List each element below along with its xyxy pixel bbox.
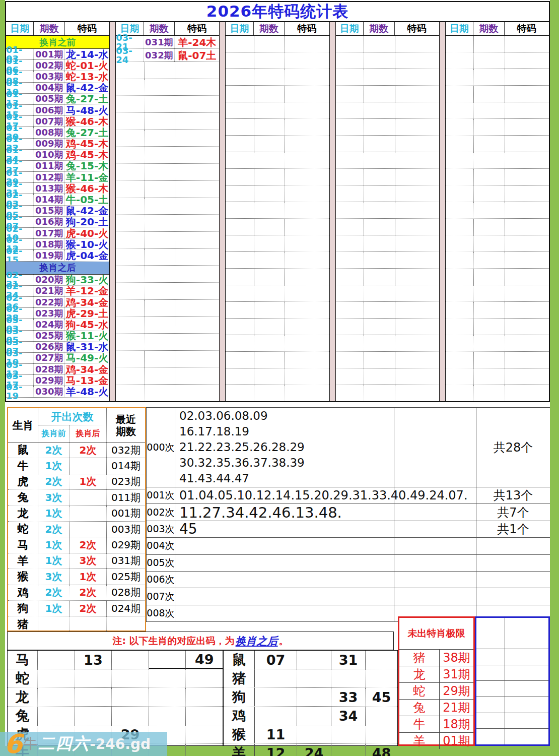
frequency-label: 002次 xyxy=(147,504,175,520)
stats-row: 马 1次 2次 029期 xyxy=(8,537,145,553)
stats-recent-period: 024期 xyxy=(107,601,145,616)
draw-period: 020期 xyxy=(34,275,65,285)
header-code: 特码 xyxy=(395,22,439,35)
stats-after-count xyxy=(69,458,107,473)
frequency-count xyxy=(476,572,550,588)
limit-zodiac: 羊 xyxy=(399,733,440,749)
draw-period: 009期 xyxy=(34,139,65,149)
blue-grid-cell xyxy=(505,649,548,665)
blue-grid-cell xyxy=(505,713,548,729)
stats-before-count: 2次 xyxy=(38,585,69,600)
row-cell xyxy=(38,669,75,687)
draw-period: 007期 xyxy=(34,116,65,127)
empty-row xyxy=(336,335,439,352)
draws-group-2: 日期 期数 特码 03-21 031期 羊-24木 03-24 032期 鼠-0 xyxy=(116,22,219,401)
frequency-spacer xyxy=(394,504,476,520)
bottom-left-row: 马 13 49 xyxy=(8,651,223,669)
draw-code: 马-48-火 xyxy=(65,105,109,115)
stats-zodiac: 牛 xyxy=(8,458,38,473)
stats-after-count xyxy=(69,616,107,632)
header-code: 特码 xyxy=(505,22,549,35)
spreadsheet-page: 2026年特码统计表 日期 期数 特码 换肖之前 01-03 001期 龙-14… xyxy=(0,0,559,756)
frequency-spacer xyxy=(394,538,476,554)
empty-row xyxy=(446,319,549,335)
stats-after-count xyxy=(69,490,107,505)
empty-row xyxy=(336,319,439,335)
page-title: 2026年特码统计表 xyxy=(206,1,348,22)
frequency-numbers: 45 xyxy=(175,521,394,537)
row-cell xyxy=(186,744,223,756)
blue-grid-cell xyxy=(505,729,548,744)
row-cell xyxy=(149,688,186,706)
stats-row: 狗 1次 2次 024期 xyxy=(8,601,145,616)
empty-row xyxy=(116,351,219,368)
draw-code: 牛-05-土 xyxy=(65,194,109,205)
stats-header-recent: 最近期数 xyxy=(107,408,145,442)
row-cell xyxy=(366,725,397,743)
stats-recent-period: 001期 xyxy=(107,506,145,521)
stats-header: 生肖 开出次数 换肖前 换肖后 最近期数 xyxy=(8,408,145,443)
draw-code: 马-49-火 xyxy=(65,353,109,363)
limit-period: 18期 xyxy=(440,716,473,732)
row-zodiac: 兔 xyxy=(8,707,38,725)
header-code: 特码 xyxy=(175,22,219,35)
empty-row xyxy=(116,232,219,249)
row-cell xyxy=(331,669,366,687)
stats-row: 猴 3次 1次 025期 xyxy=(8,569,145,585)
frequency-spacer xyxy=(394,555,476,571)
site-watermark: 6 牛 二四六 -246.gd xyxy=(0,732,167,756)
empty-row xyxy=(336,285,439,302)
draw-code: 鸡-34-金 xyxy=(65,364,109,374)
row-cell xyxy=(112,669,149,687)
draw-period: 028期 xyxy=(34,364,65,374)
row-zodiac: 猪 xyxy=(224,669,255,687)
row-cell xyxy=(186,725,223,743)
draw-code: 鸡-45-木 xyxy=(65,139,109,149)
empty-row xyxy=(116,62,219,79)
frequency-row: 005次 xyxy=(147,555,550,572)
empty-row xyxy=(446,69,549,86)
frequency-label: 008次 xyxy=(147,605,175,621)
blue-grid-cell xyxy=(505,697,548,713)
limit-zodiac: 蛇 xyxy=(399,683,440,699)
frequency-label: 006次 xyxy=(147,572,175,588)
empty-row xyxy=(446,285,549,302)
stats-row: 兔 3次 011期 xyxy=(8,490,145,506)
row-cell: 31 xyxy=(331,651,366,669)
row-zodiac: 猴 xyxy=(224,725,255,743)
empty-row xyxy=(336,169,439,185)
draw-code: 龙-14-水 xyxy=(65,49,109,59)
empty-row xyxy=(336,185,439,202)
empty-row xyxy=(446,202,549,219)
row-cell xyxy=(297,707,331,725)
stats-after-count xyxy=(69,522,107,537)
draw-period: 024期 xyxy=(34,319,65,330)
row-cell xyxy=(186,707,223,725)
draw-period: 032期 xyxy=(144,49,175,61)
empty-row xyxy=(226,52,329,69)
stats-after-count: 2次 xyxy=(69,585,107,600)
draw-period: 015期 xyxy=(34,206,65,216)
empty-row xyxy=(446,119,549,136)
draw-code: 兔-15-木 xyxy=(65,161,109,171)
row-cell: 45 xyxy=(366,688,397,706)
row-cell xyxy=(186,688,223,706)
stats-row: 蛇 2次 003期 xyxy=(8,522,145,537)
row-cell xyxy=(255,707,297,725)
group-separator xyxy=(439,22,446,401)
limit-box-title: 未出特肖极限 xyxy=(399,618,473,650)
stats-before-count: 2次 xyxy=(38,522,69,537)
empty-row xyxy=(336,102,439,119)
note-highlight: 换肖之后 xyxy=(236,634,278,648)
page-title-bar: 2026年特码统计表 xyxy=(5,1,550,22)
frequency-row: 004次 xyxy=(147,538,550,554)
blue-grid-row xyxy=(476,649,548,665)
stats-recent-period: 031期 xyxy=(107,553,145,569)
frequency-numbers xyxy=(175,538,394,554)
group-header: 日期 期数 特码 xyxy=(6,22,109,36)
empty-row xyxy=(226,169,329,185)
stats-after-count xyxy=(69,506,107,521)
draw-code: 猴-46-木 xyxy=(65,116,109,127)
draw-period: 012期 xyxy=(34,172,65,182)
empty-row xyxy=(446,352,549,368)
